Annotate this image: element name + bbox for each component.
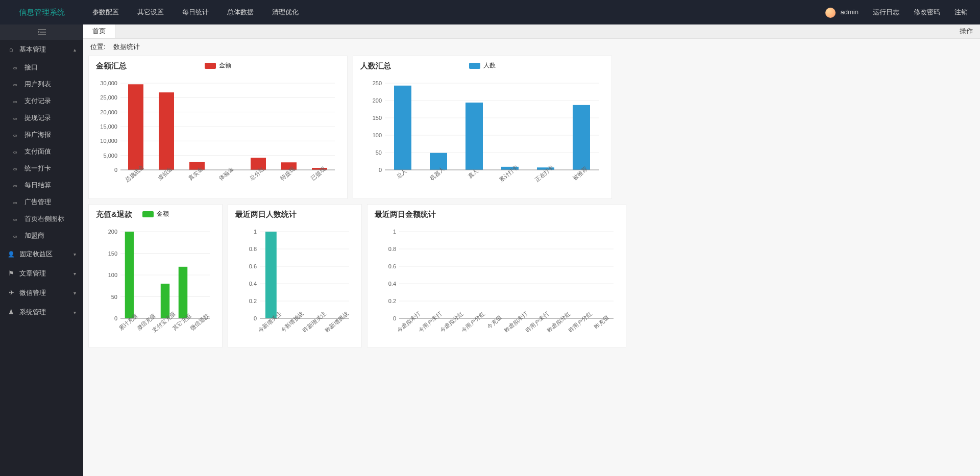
topright-link-0[interactable]: 运行日志 [866, 8, 906, 16]
topnav-item-2[interactable]: 每日统计 [173, 0, 218, 24]
username: admin [841, 8, 859, 16]
logo: 信息管理系统 [0, 8, 83, 17]
top-nav: 参数配置其它设置每日统计总体数据清理优化 [83, 0, 818, 24]
topnav-item-3[interactable]: 总体数据 [218, 0, 263, 24]
topnav-item-4[interactable]: 清理优化 [263, 0, 308, 24]
avatar-icon [825, 8, 836, 18]
user-menu[interactable]: admin [818, 0, 866, 24]
topnav-item-1[interactable]: 其它设置 [128, 0, 173, 24]
top-right: admin 运行日志修改密码注销 [818, 0, 975, 24]
topright-link-1[interactable]: 修改密码 [906, 8, 947, 16]
topnav-item-0[interactable]: 参数配置 [83, 0, 128, 24]
header: 信息管理系统 参数配置其它设置每日统计总体数据清理优化 admin 运行日志修改… [0, 0, 980, 24]
topright-link-2[interactable]: 注销 [947, 8, 975, 16]
